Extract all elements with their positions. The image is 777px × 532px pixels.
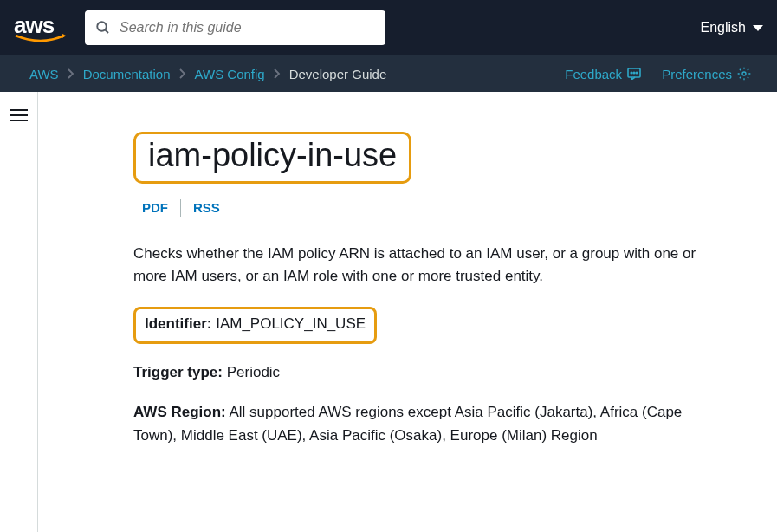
sidebar-toggle (0, 92, 38, 532)
identifier-value: IAM_POLICY_IN_USE (211, 315, 366, 332)
identifier-row: Identifier: IAM_POLICY_IN_USE (145, 313, 366, 335)
svg-point-4 (633, 72, 635, 74)
svg-point-3 (631, 72, 632, 74)
feedback-icon (627, 68, 641, 80)
language-label: English (701, 20, 746, 36)
gear-icon (737, 67, 751, 81)
breadcrumb-bar: AWS Documentation AWS Config Developer G… (0, 55, 777, 92)
page-title: iam-policy-in-use (133, 132, 411, 184)
content: iam-policy-in-use PDF RSS Checks whether… (38, 92, 777, 532)
search-icon (95, 20, 111, 36)
chevron-right-icon (179, 68, 186, 79)
preferences-link[interactable]: Preferences (662, 67, 751, 81)
region-row: AWS Region: All supported AWS regions ex… (133, 401, 722, 447)
svg-point-5 (636, 72, 638, 74)
rss-link[interactable]: RSS (181, 200, 232, 215)
language-selector[interactable]: English (701, 20, 763, 36)
svg-point-6 (742, 72, 746, 75)
breadcrumb-aws-config[interactable]: AWS Config (195, 67, 265, 81)
doc-links: PDF RSS (142, 199, 725, 217)
chevron-right-icon (68, 68, 74, 79)
identifier-label: Identifier: (145, 315, 211, 332)
identifier-highlight: Identifier: IAM_POLICY_IN_USE (133, 307, 377, 343)
trigger-label: Trigger type: (133, 364, 223, 380)
svg-point-0 (97, 22, 107, 31)
svg-line-1 (105, 29, 108, 33)
aws-logo[interactable]: aws (14, 12, 68, 44)
main-area: iam-policy-in-use PDF RSS Checks whether… (0, 92, 777, 532)
breadcrumb-developer-guide: Developer Guide (289, 67, 387, 81)
description-text: Checks whether the IAM policy ARN is att… (133, 243, 722, 289)
trigger-value: Periodic (223, 364, 280, 380)
pdf-link[interactable]: PDF (142, 200, 180, 215)
trigger-row: Trigger type: Periodic (133, 361, 722, 384)
feedback-link[interactable]: Feedback (565, 67, 641, 81)
search-box[interactable] (85, 10, 385, 45)
breadcrumb-documentation[interactable]: Documentation (83, 67, 171, 81)
chevron-right-icon (274, 68, 281, 79)
top-header: aws English (0, 0, 777, 55)
breadcrumb-aws[interactable]: AWS (29, 67, 59, 81)
region-label: AWS Region: (133, 404, 226, 420)
caret-down-icon (753, 25, 763, 31)
hamburger-icon[interactable] (10, 106, 28, 532)
search-input[interactable] (120, 20, 375, 36)
feedback-label: Feedback (565, 67, 622, 81)
preferences-label: Preferences (662, 67, 732, 81)
